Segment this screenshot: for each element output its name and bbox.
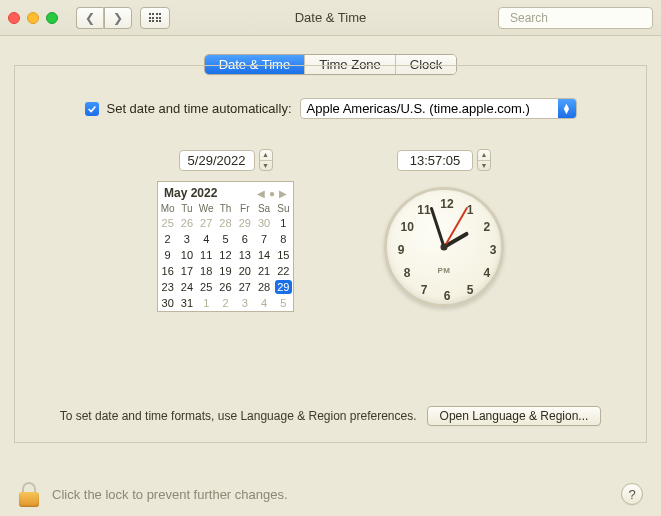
clock-numeral: 7 [421,283,428,297]
calendar[interactable]: May 2022 ◀ ● ▶ MoTuWeThFrSaSu25262728293… [157,181,294,312]
calendar-day[interactable]: 12 [216,247,235,263]
close-icon[interactable] [8,12,20,24]
time-stepper[interactable]: 13:57:05 ▲▼ [397,149,491,171]
forward-button[interactable]: ❯ [104,7,132,29]
calendar-day[interactable]: 2 [158,231,177,247]
date-column: 5/29/2022 ▲▼ May 2022 ◀ ● ▶ MoTuWeThFrSa… [157,149,294,312]
calendar-day[interactable]: 25 [158,215,177,231]
calendar-day[interactable]: 16 [158,263,177,279]
minimize-icon[interactable] [27,12,39,24]
auto-checkbox[interactable] [85,102,99,116]
cal-prev-icon[interactable]: ◀ [257,188,265,199]
chevron-down-icon[interactable]: ▼ [260,161,272,171]
calendar-day[interactable]: 18 [197,263,216,279]
clock-numeral: 9 [398,243,405,257]
calendar-day[interactable]: 28 [254,279,273,295]
calendar-day[interactable]: 1 [274,215,293,231]
calendar-day[interactable]: 9 [158,247,177,263]
clock-pin [441,244,448,251]
calendar-day[interactable]: 26 [216,279,235,295]
calendar-day[interactable]: 5 [274,295,293,311]
content: Date & Time Time Zone Clock Set date and… [0,36,661,443]
show-all-button[interactable] [140,7,170,29]
calendar-day[interactable]: 3 [177,231,196,247]
calendar-dow: Th [216,202,235,215]
chevron-up-icon[interactable]: ▲ [478,150,490,161]
cal-next-icon[interactable]: ▶ [279,188,287,199]
check-icon [87,104,97,114]
grid-icon [149,13,162,22]
window-controls [8,12,58,24]
calendar-day[interactable]: 24 [177,279,196,295]
calendar-day[interactable]: 11 [197,247,216,263]
clock-numeral: 1 [467,203,474,217]
calendar-day[interactable]: 23 [158,279,177,295]
calendar-day[interactable]: 10 [177,247,196,263]
calendar-day[interactable]: 22 [274,263,293,279]
lock-text: Click the lock to prevent further change… [52,487,288,502]
date-stepper[interactable]: 5/29/2022 ▲▼ [157,149,294,171]
clock-numeral: 8 [404,266,411,280]
calendar-day[interactable]: 27 [235,279,254,295]
calendar-day[interactable]: 15 [274,247,293,263]
search-input[interactable] [510,11,660,25]
chevron-down-icon[interactable]: ▼ [478,161,490,171]
calendar-day[interactable]: 26 [177,215,196,231]
search-field[interactable] [498,7,653,29]
calendar-day[interactable]: 27 [197,215,216,231]
calendar-day[interactable]: 1 [197,295,216,311]
calendar-day[interactable]: 29 [275,280,292,294]
panel-date-time: Set date and time automatically: Apple A… [14,65,647,443]
calendar-day[interactable]: 17 [177,263,196,279]
auto-row: Set date and time automatically: Apple A… [45,98,616,119]
cal-today-icon[interactable]: ● [269,188,275,199]
help-button[interactable]: ? [621,483,643,505]
open-language-region-button[interactable]: Open Language & Region... [427,406,602,426]
calendar-day[interactable]: 25 [197,279,216,295]
calendar-dow: Fr [235,202,254,215]
clock-numeral: 2 [483,220,490,234]
date-field[interactable]: 5/29/2022 [179,150,255,171]
calendar-day[interactable]: 5 [216,231,235,247]
calendar-day[interactable]: 8 [274,231,293,247]
calendar-day[interactable]: 20 [235,263,254,279]
calendar-dow: Sa [254,202,273,215]
calendar-day[interactable]: 31 [177,295,196,311]
maximize-icon[interactable] [46,12,58,24]
clock-numeral: 10 [400,220,413,234]
time-server-value: Apple Americas/U.S. (time.apple.com.) [307,101,530,116]
calendar-day[interactable]: 2 [216,295,235,311]
back-button[interactable]: ❮ [76,7,104,29]
calendar-title: May 2022 [164,186,257,200]
calendar-day[interactable]: 30 [158,295,177,311]
clock-numeral: 5 [467,283,474,297]
calendar-day[interactable]: 19 [216,263,235,279]
calendar-nav: ◀ ● ▶ [257,188,287,199]
calendar-day[interactable]: 7 [254,231,273,247]
calendar-day[interactable]: 30 [254,215,273,231]
calendar-dow: We [197,202,216,215]
clock-numeral: 4 [483,266,490,280]
lock-icon[interactable] [18,482,40,507]
dropdown-arrows-icon: ▲▼ [558,99,576,118]
calendar-day[interactable]: 28 [216,215,235,231]
time-field[interactable]: 13:57:05 [397,150,473,171]
chevron-up-icon[interactable]: ▲ [260,150,272,161]
ampm-label: PM [438,266,451,275]
calendar-day[interactable]: 4 [197,231,216,247]
calendar-day[interactable]: 29 [235,215,254,231]
calendar-day[interactable]: 14 [254,247,273,263]
time-server-select[interactable]: Apple Americas/U.S. (time.apple.com.) ▲▼ [300,98,577,119]
calendar-day[interactable]: 4 [254,295,273,311]
calendar-day[interactable]: 6 [235,231,254,247]
clock-numeral: 6 [444,289,451,303]
window-title: Date & Time [295,10,367,25]
calendar-day[interactable]: 13 [235,247,254,263]
calendar-day[interactable]: 3 [235,295,254,311]
lock-bar: Click the lock to prevent further change… [0,472,661,516]
footer-hint: To set date and time formats, use Langua… [60,409,417,423]
calendar-day[interactable]: 21 [254,263,273,279]
date-stepper-arrows[interactable]: ▲▼ [259,149,273,171]
analog-clock: PM 121234567891011 [384,187,504,307]
time-stepper-arrows[interactable]: ▲▼ [477,149,491,171]
